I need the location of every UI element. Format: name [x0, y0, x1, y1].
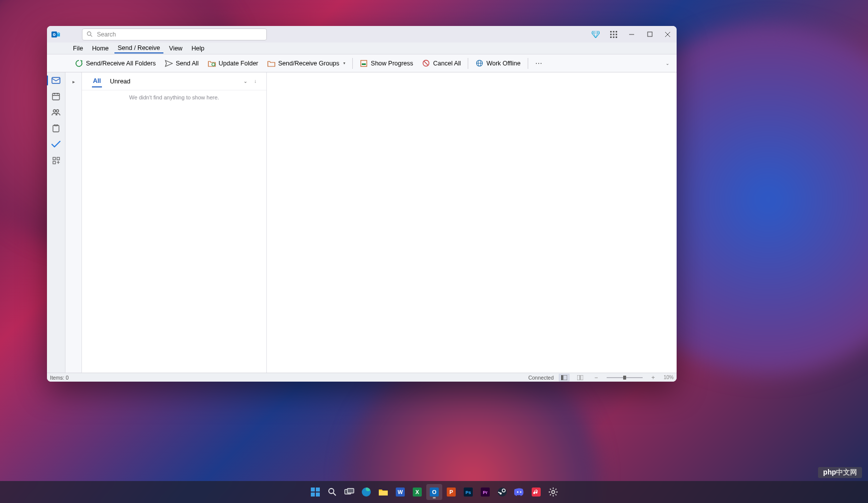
send-all-button[interactable]: Send All	[161, 56, 203, 70]
view-normal-button[interactable]	[559, 374, 570, 382]
svg-rect-36	[561, 375, 563, 380]
search-input[interactable]: Search	[82, 28, 267, 40]
ribbon-label: Send/Receive Groups	[278, 60, 339, 67]
cancel-all-button[interactable]: Cancel All	[418, 56, 465, 70]
svg-rect-18	[362, 63, 366, 65]
watermark: php中文网	[818, 467, 862, 478]
svg-point-16	[212, 63, 215, 66]
svg-line-2	[90, 35, 92, 36]
svg-rect-43	[316, 493, 320, 497]
svg-rect-34	[57, 157, 59, 160]
ribbon-label: Send All	[176, 60, 199, 67]
svg-point-67	[520, 492, 521, 493]
zoom-slider[interactable]	[607, 377, 643, 378]
svg-rect-0	[51, 31, 57, 37]
svg-line-45	[333, 493, 336, 496]
taskbar-excel-button[interactable]: X	[409, 484, 425, 500]
menu-view[interactable]: View	[165, 44, 186, 53]
svg-text:W: W	[397, 489, 403, 495]
ribbon-label: Work Offline	[486, 60, 520, 67]
send-icon	[165, 59, 173, 67]
svg-text:Ps: Ps	[465, 490, 471, 495]
svg-rect-38	[577, 375, 580, 380]
ribbon-collapse-button[interactable]: ⌄	[662, 56, 674, 70]
svg-rect-47	[347, 489, 354, 493]
taskbar-powerpoint-button[interactable]: P	[443, 484, 459, 500]
svg-rect-6	[610, 33, 612, 35]
filter-all-tab[interactable]: All	[92, 75, 102, 87]
expand-folder-pane-button[interactable]: ▸	[68, 76, 78, 86]
nav-more-apps[interactable]	[48, 153, 64, 167]
svg-text:Pr: Pr	[483, 490, 488, 495]
taskbar-photoshop-button[interactable]: Ps	[460, 484, 476, 500]
close-button[interactable]	[659, 26, 677, 42]
outlook-logo-icon	[50, 28, 62, 40]
nav-mail[interactable]	[48, 73, 64, 87]
svg-rect-35	[53, 161, 55, 164]
work-offline-button[interactable]: Work Offline	[471, 56, 524, 70]
taskbar-steam-button[interactable]	[494, 484, 510, 500]
progress-icon	[360, 59, 368, 67]
nav-tasks[interactable]	[48, 121, 64, 135]
svg-point-30	[56, 110, 59, 112]
message-list-pane: All Unread ⌄ ↓ We didn't find anything t…	[82, 72, 267, 373]
body: ▸ All Unread ⌄ ↓ We didn't find anything…	[47, 72, 677, 373]
arrow-down-icon: ↓	[254, 78, 257, 84]
svg-rect-40	[311, 488, 315, 492]
taskbar-music-button[interactable]	[528, 484, 544, 500]
taskbar-task-view-button[interactable]	[341, 484, 357, 500]
zoom-in-button[interactable]: +	[648, 374, 659, 382]
filter-unread-tab[interactable]: Unread	[109, 76, 131, 87]
separator	[528, 58, 528, 69]
send-receive-groups-button[interactable]: Send/Receive Groups ▾	[263, 56, 349, 70]
taskbar-settings-button[interactable]	[545, 484, 561, 500]
taskbar-word-button[interactable]: W	[392, 484, 408, 500]
taskbar-outlook-button[interactable]: O	[426, 484, 442, 500]
send-receive-all-folders-button[interactable]: Send/Receive All Folders	[71, 56, 160, 70]
show-progress-button[interactable]: Show Progress	[356, 56, 417, 70]
menu-home[interactable]: Home	[88, 44, 112, 53]
svg-rect-4	[613, 31, 615, 32]
menu-send-receive[interactable]: Send / Receive	[114, 43, 164, 53]
menu-help[interactable]: Help	[188, 44, 208, 53]
svg-rect-33	[53, 157, 55, 160]
connection-status: Connected	[528, 375, 554, 381]
apps-grid-icon[interactable]	[605, 26, 623, 42]
maximize-button[interactable]	[641, 26, 659, 42]
taskbar-search-button[interactable]	[324, 484, 340, 500]
view-reading-button[interactable]	[575, 374, 586, 382]
svg-text:P: P	[449, 489, 453, 495]
svg-rect-39	[581, 375, 583, 380]
svg-rect-7	[613, 33, 615, 35]
svg-point-1	[87, 32, 91, 35]
menu-file[interactable]: File	[69, 44, 86, 53]
minimize-button[interactable]	[623, 26, 641, 42]
svg-rect-8	[616, 33, 617, 35]
sort-button[interactable]: ↓	[250, 76, 260, 86]
cancel-icon	[422, 59, 430, 67]
zoom-out-button[interactable]: −	[591, 374, 602, 382]
ribbon-label: Send/Receive All Folders	[86, 60, 156, 67]
svg-rect-49	[379, 491, 388, 496]
nav-todo[interactable]	[48, 137, 64, 151]
nav-calendar[interactable]	[48, 89, 64, 103]
update-folder-button[interactable]: Update Folder	[204, 56, 262, 70]
svg-point-44	[329, 489, 334, 494]
separator	[352, 58, 353, 69]
chevron-down-icon: ⌄	[666, 61, 670, 66]
svg-text:X: X	[415, 489, 419, 495]
titlebar: Search	[47, 26, 677, 42]
ellipsis-icon: ⋯	[535, 59, 543, 67]
taskbar-file-explorer-button[interactable]	[375, 484, 391, 500]
taskbar-premiere-button[interactable]: Pr	[477, 484, 493, 500]
taskbar-discord-button[interactable]	[511, 484, 527, 500]
ribbon: Send/Receive All Folders Send All Update…	[47, 54, 677, 72]
watermark-suffix: 中文网	[836, 468, 857, 476]
more-commands-button[interactable]: ⋯	[531, 56, 547, 70]
nav-people[interactable]	[48, 105, 64, 119]
taskbar-start-button[interactable]	[307, 484, 323, 500]
filter-dropdown-button[interactable]: ⌄	[240, 76, 250, 86]
nav-rail	[47, 72, 65, 373]
premium-diamond-icon[interactable]	[587, 26, 605, 42]
taskbar-edge-button[interactable]	[358, 484, 374, 500]
